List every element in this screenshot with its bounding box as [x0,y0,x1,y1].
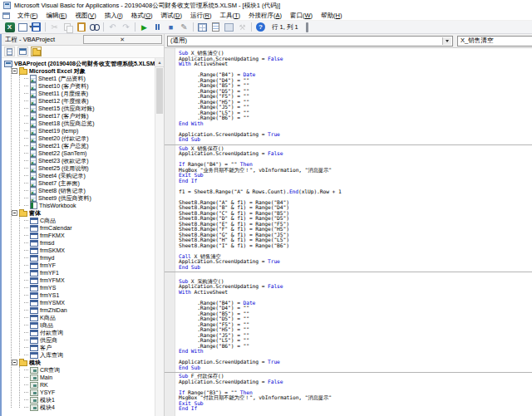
help-button[interactable]: ? [254,22,267,33]
tree-expander-icon[interactable] [12,210,17,216]
tree-folder[interactable]: 模块 [12,359,154,366]
tree-item[interactable]: 模块4 [24,404,154,411]
project-panel-toolbar [2,46,164,58]
tree-item[interactable]: Sheet17 (客户对账) [24,112,154,120]
tree-item[interactable]: RK [24,381,154,389]
tree-item[interactable]: Sheet19 (temp) [24,127,154,135]
tree-item[interactable]: Sheet23 (收款记录) [24,157,154,164]
menu-item[interactable]: 文件(F) [13,11,42,20]
tree-item[interactable]: 客户 [24,344,154,351]
break-button[interactable] [151,22,164,33]
menu-item[interactable]: 编辑(E) [42,11,71,20]
undo-button[interactable] [106,22,119,33]
tree-item[interactable]: frmyd [24,254,154,262]
menu-item[interactable]: 调试(D) [157,11,186,20]
object-browser-button[interactable] [223,22,235,33]
menu-item[interactable]: 格式(O) [127,11,157,20]
menu-item[interactable]: 外接程序(A) [244,11,286,20]
toolbox-button[interactable] [236,22,249,33]
menu-item[interactable]: 插入(I) [101,11,127,20]
menu-item[interactable]: 帮助(H) [317,11,346,20]
tree-expander-icon[interactable] [12,360,17,365]
tree-item[interactable]: 供应商 [24,336,154,344]
tree-item[interactable]: frmYF [24,262,154,269]
toolbar-drag-handle[interactable] [306,22,308,32]
tree-folder[interactable]: 窗体 [12,209,154,217]
tree-item-label: frmZhiDan [40,306,67,314]
reset-button[interactable] [165,22,177,33]
toggle-folders-button[interactable] [31,46,42,56]
view-code-button[interactable] [4,46,15,56]
properties-window-button[interactable] [209,22,222,33]
procedure-dropdown[interactable]: X_销售清空 [457,36,532,46]
copy-button[interactable] [62,22,74,33]
redo-button[interactable] [120,22,132,33]
tree-item-label: ThisWorkbook [39,202,76,209]
tree-item[interactable]: frmSKMX [24,247,154,254]
tree-item[interactable]: frmsd [24,239,154,247]
tree-item[interactable]: Sheet15 (供应商对账) [24,105,154,112]
tree-item[interactable]: Sheet18 (供应商总览) [24,120,154,127]
tree-expander-icon[interactable] [12,68,17,74]
code-text[interactable]: Sub X_销售清空()Application.ScreenUpdating =… [175,48,532,416]
tree-item[interactable]: Sheet12 (年度报表) [24,97,154,105]
tree-item[interactable]: Sheet4 (采购记录) [24,172,154,179]
tree-item[interactable]: frmYS1 [24,291,154,299]
tree-item[interactable]: Sheet1 (产品资料) [24,75,154,82]
scrollbar-up-icon[interactable]: ▲ [155,58,164,67]
menu-bar: 文件(F)编辑(E)视图(V)插入(I)格式(O)调试(D)运行(R)工具(T)… [0,11,532,21]
tree-item[interactable]: YSYF [24,389,154,396]
view-microsoft-excel-button[interactable]: X [3,22,16,33]
paste-button[interactable] [75,22,87,33]
tree-item[interactable]: frmZhiDan [24,306,154,314]
tree-item[interactable]: CR查询 [24,366,154,374]
tree-item-label: Sheet1 (产品资料) [38,75,86,82]
tree-item[interactable]: Sheet9 (供应商资料) [24,194,154,202]
run-button[interactable] [138,22,150,33]
menu-item[interactable]: 窗口(W) [286,11,317,20]
tree-item[interactable]: frmYFMX [24,277,154,284]
cut-button[interactable] [48,22,61,33]
scrollbar-thumb[interactable] [156,68,163,114]
tree-item[interactable]: 模块1 [24,396,154,404]
tree-item[interactable]: frmYSMX [24,299,154,306]
tree-item[interactable]: 入库查询 [24,351,154,359]
tree-item[interactable]: Sheet11 (月度报表) [24,90,154,97]
tree-item[interactable]: Sheet22 (SanTem) [24,149,154,157]
tree-item[interactable]: Sheet7 (主界面) [24,179,154,187]
tree-item[interactable]: 付款查询 [24,329,154,336]
insert-userform-button[interactable] [17,22,29,33]
menu-item[interactable]: 工具(T) [215,11,244,20]
save-button[interactable] [30,22,42,33]
object-dropdown[interactable]: (通用) [167,36,453,46]
tree-root-vbaproject[interactable]: VBAProject (20190408公司财务收支管理系统5.XLSM) [4,60,154,67]
tree-item[interactable]: frmYS [24,284,154,291]
margin-indicator-bar[interactable] [165,48,175,416]
tree-item[interactable]: K商品 [24,314,154,321]
menu-item[interactable]: 运行(R) [186,11,215,20]
project-tree-scrollbar[interactable]: ▲ [155,58,164,416]
view-object-button[interactable] [17,46,28,56]
tree-item[interactable]: Sheet25 (使用说明) [24,164,154,172]
tree-item[interactable]: Sheet8 (销售记录) [24,187,154,194]
tree-item[interactable]: I商品 [24,321,154,329]
tree-item[interactable]: C商品 [24,217,154,224]
child-window-icon[interactable] [2,12,10,19]
tree-item[interactable]: frmCalendar [24,224,154,232]
tree-item[interactable]: Sheet21 (客户总览) [24,142,154,149]
chevron-down-icon[interactable] [442,37,451,45]
menu-item[interactable]: 视图(V) [71,11,101,20]
find-button[interactable] [88,22,101,33]
tree-item[interactable]: ThisWorkbook [24,202,154,209]
tree-item[interactable]: frmFKMX [24,232,154,239]
code-editor[interactable]: Sub X_销售清空()Application.ScreenUpdating =… [165,48,532,416]
tree-folder[interactable]: Microsoft Excel 对象 [12,67,154,75]
tree-item[interactable]: Sheet20 (付款记录) [24,135,154,142]
tree-item[interactable]: Main [24,374,154,381]
project-icon [4,61,12,67]
design-mode-button[interactable] [178,22,190,33]
tree-item[interactable]: Sheet10 (客户资料) [24,82,154,90]
project-explorer-button[interactable] [196,22,209,33]
tree-item[interactable]: frmYF1 [24,269,154,277]
close-icon[interactable]: ✕ [83,35,163,44]
